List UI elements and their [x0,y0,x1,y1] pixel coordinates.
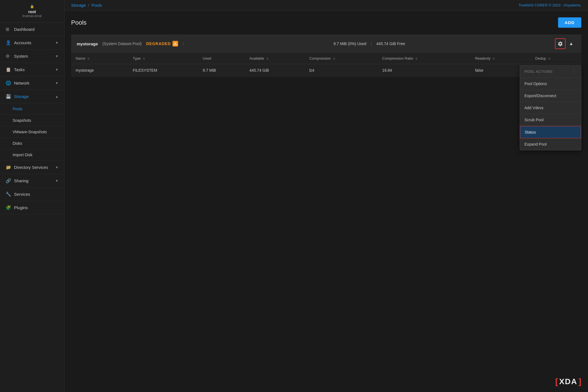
col-type: Type ⇅ [128,53,198,64]
sidebar-label-services: Services [14,192,59,197]
col-compression: Compression ⇅ [305,53,378,64]
sidebar-label-disks: Disks [13,141,22,146]
pool-card: mystorage (System Dataset Pool) DEGRADED… [71,34,581,77]
dropdown-item-status[interactable]: Status [520,126,581,138]
main-nav: ⊞ Dashboard 👤 Accounts ▼ ⚙ System ▼ 📋 Ta… [0,23,64,392]
network-icon: 🌐 [6,80,11,86]
dropdown-item-add-vdevs[interactable]: Add Vdevs [520,102,581,114]
sidebar-label-network: Network [14,81,55,85]
sidebar-label-tasks: Tasks [14,67,55,72]
dropdown-item-expand-pool[interactable]: Expand Pool [520,138,581,150]
pool-header: mystorage (System Dataset Pool) DEGRADED… [71,34,581,53]
username: root [28,10,36,14]
gear-icon [558,41,563,46]
add-button[interactable]: ADD [558,17,582,28]
sidebar-item-services[interactable]: 🔧 Services [0,188,64,201]
chevron-down-icon: ▼ [55,68,59,72]
sidebar-item-accounts[interactable]: 👤 Accounts ▼ [0,36,64,50]
xda-logo: [ XDA ] [555,377,581,386]
sort-icon: ⇅ [333,57,335,60]
sidebar-item-tasks[interactable]: 📋 Tasks ▼ [0,63,64,76]
table-row[interactable]: mystorage FILESYSTEM 9.7 MiB 445.74 GiB … [71,64,581,77]
chevron-down-icon: ▼ [55,41,59,45]
pool-free: 445.74 GiB Free [376,41,405,46]
sidebar-item-sharing[interactable]: 🔗 Sharing ▼ [0,174,64,188]
sort-icon: ⇅ [493,57,495,60]
sidebar-item-import-disk[interactable]: Import Disk [0,149,64,161]
pool-header-actions: ▲ [555,38,576,49]
pool-system-label: (System Dataset Pool) [102,41,142,46]
sidebar-label-directory-services: Directory Services [14,165,55,170]
topbar: Storage / Pools TrueNAS CORE® © 2023 - i… [64,0,588,11]
col-used: Used [198,53,245,64]
page-header: Pools ADD [71,17,581,28]
sort-icon: ⇅ [266,57,269,60]
chevron-down-icon: ▼ [55,54,59,58]
pool-settings-button[interactable] [555,38,566,49]
warning-icon: ⚠ [172,41,178,46]
col-compression-ratio: Compression Ratio ⇅ [378,53,471,64]
sidebar-item-storage[interactable]: 💾 Storage ▲ [0,90,64,103]
col-name: Name ⇅ [71,53,128,64]
sidebar-item-plugins[interactable]: 🧩 Plugins [0,201,64,214]
cell-name: mystorage [71,64,128,77]
main-content: Storage / Pools TrueNAS CORE® © 2023 - i… [64,0,588,392]
chevron-up-icon: ▲ [55,95,59,99]
sidebar-item-snapshots[interactable]: Snapshots [0,115,64,126]
sidebar-item-network[interactable]: 🌐 Network ▼ [0,76,64,90]
chevron-down-icon: ▼ [55,179,59,183]
separator2: | [371,41,372,46]
cell-type: FILESYSTEM [128,64,198,77]
pool-actions-dropdown: Pool Actions ⋮ Pool Options Export/Disco… [520,65,581,150]
sidebar-item-disks[interactable]: Disks [0,138,64,149]
sort-icon: ⇅ [87,57,90,60]
dropdown-item-scrub-pool[interactable]: Scrub Pool [520,114,581,126]
accounts-icon: 👤 [6,40,11,45]
sidebar-label-storage: Storage [14,94,55,99]
chevron-down-icon: ▼ [55,165,59,169]
pool-table: Name ⇅ Type ⇅ Used Available ⇅ Compressi… [71,53,581,77]
page-content: Pools ADD mystorage (System Dataset Pool… [64,11,588,392]
version-info: TrueNAS CORE® © 2023 - iXsystems, [519,3,581,7]
sidebar-label-sharing: Sharing [14,178,55,183]
pool-status: DEGRADED ⚠ [146,41,178,46]
pool-used: 9.7 MiB (0%) Used [333,41,366,46]
cell-compression: lz4 [305,64,378,77]
cell-compression-ratio: 16.84 [378,64,471,77]
system-icon: ⚙ [6,53,11,59]
chevron-down-icon: ▼ [55,81,59,85]
plugins-icon: 🧩 [6,205,11,210]
page-title: Pools [71,19,87,26]
sidebar-label-system: System [14,54,55,59]
dropdown-item-pool-options[interactable]: Pool Options [520,78,581,90]
xda-text-logo: XDA [559,377,577,386]
pool-name: mystorage [77,41,98,46]
sidebar-item-dashboard[interactable]: ⊞ Dashboard [0,23,64,36]
sidebar-item-pools[interactable]: Pools [0,103,64,115]
sidebar-item-system[interactable]: ⚙ System ▼ [0,50,64,63]
xda-bracket-right: ] [578,377,581,386]
dropdown-header-label: Pool Actions [524,70,553,74]
sidebar-label-snapshots: Snapshots [13,118,31,123]
breadcrumb-storage[interactable]: Storage [71,3,86,8]
col-dedup: Dedup ⇅ [531,53,581,64]
sort-icon: ⇅ [415,57,417,60]
collapse-button[interactable]: ▲ [567,39,576,48]
sidebar-item-vmware-snapshots[interactable]: VMware-Snapshots [0,126,64,138]
user-panel: 🔒 root truenas.local [0,0,64,23]
sharing-icon: 🔗 [6,178,11,183]
dropdown-item-export-disconnect[interactable]: Export/Disconnect [520,90,581,102]
sort-icon: ⇅ [143,57,145,60]
dashboard-icon: ⊞ [6,27,11,32]
directory-services-icon: 📁 [6,165,11,170]
sidebar-item-directory-services[interactable]: 📁 Directory Services ▼ [0,161,64,174]
xda-bracket-left: [ [555,377,558,386]
tasks-icon: 📋 [6,67,11,72]
cell-available: 445.74 GiB [245,64,305,77]
sidebar-label-pools: Pools [13,107,22,111]
breadcrumb-separator: / [88,3,89,8]
table-header-row: Name ⇅ Type ⇅ Used Available ⇅ Compressi… [71,53,581,64]
sidebar-label-dashboard: Dashboard [14,27,59,32]
breadcrumb-current: Pools [92,3,102,8]
three-dots-icon: ⋮ [572,69,577,74]
